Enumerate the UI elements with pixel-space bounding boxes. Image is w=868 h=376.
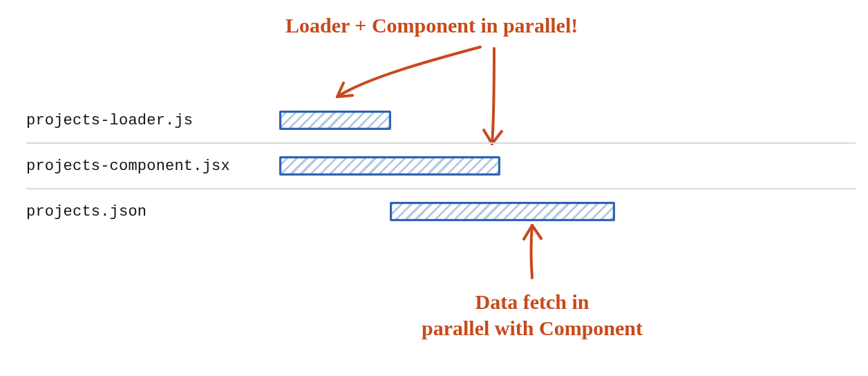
row-label-loader: projects-loader.js: [26, 112, 193, 129]
timeline-row-json: projects.json: [26, 194, 868, 231]
arrow-to-json: [511, 221, 553, 283]
annotation-parallel-load: Loader + Component in parallel!: [285, 12, 578, 39]
row-label-component: projects-component.jsx: [26, 158, 230, 175]
row-label-json: projects.json: [26, 203, 147, 220]
annotation-data-fetch: Data fetch in parallel with Component: [422, 289, 643, 341]
arrow-to-loader-and-component: [325, 40, 504, 158]
bar-loader: [279, 111, 391, 130]
bar-json: [390, 202, 615, 221]
timeline-row-component: projects-component.jsx: [26, 148, 868, 185]
row-divider-0: [26, 142, 856, 144]
timeline-row-loader: projects-loader.js: [26, 102, 868, 140]
bar-component: [279, 156, 500, 176]
row-divider-1: [26, 188, 856, 189]
